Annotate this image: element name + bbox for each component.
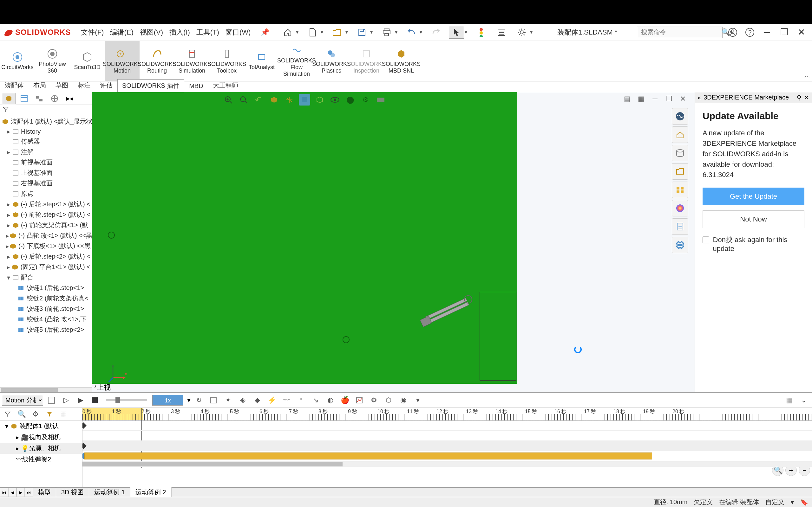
panel-close-icon[interactable]: ✕ [804, 94, 809, 101]
tree-item[interactable]: ▸(-) 前轮.step<1> (默认) < [0, 210, 92, 220]
motion-tree-root[interactable]: ▾ 装配体1 (默认 [0, 420, 82, 432]
play-icon[interactable]: ▶ [74, 395, 87, 406]
motor-icon[interactable]: ⚡ [265, 395, 278, 406]
stop-icon[interactable] [89, 397, 101, 403]
ribbon-plastics[interactable]: SOLIDWORKS Plastics [314, 41, 349, 81]
autokey-icon[interactable]: ◈ [236, 395, 249, 406]
print-icon[interactable] [379, 26, 394, 39]
tab-nav-last-icon[interactable]: ⏭ [25, 488, 33, 497]
open-icon[interactable] [329, 26, 345, 39]
ribbon-tolanalyst[interactable]: TolAnalyst [244, 41, 279, 81]
save-animation-icon[interactable] [207, 395, 220, 406]
dont-ask-checkbox[interactable]: Don抰 ask again for this update [703, 235, 804, 253]
more-icon[interactable]: ▾ [411, 395, 424, 406]
tree-mode-feature-icon[interactable] [2, 93, 16, 104]
tree-item[interactable]: 铰链3 (前轮.step<1>, [0, 303, 92, 314]
motion-filter2-icon[interactable]: 🔍 [15, 408, 28, 420]
motion-tree-item[interactable]: 〰 线性弹簧2 [0, 454, 82, 465]
taskpane-resources-icon[interactable] [672, 145, 688, 161]
viewport[interactable]: ⬤ ⚙ [92, 92, 695, 392]
bottom-tab-model[interactable]: 模型 [33, 487, 56, 498]
zoom-fit-icon[interactable] [223, 94, 234, 106]
bottom-tab-motion2[interactable]: 运动算例 2 [131, 487, 171, 498]
timeline-row[interactable] [83, 451, 812, 461]
undo-icon[interactable] [404, 26, 419, 39]
play-start-icon[interactable]: ▷ [60, 395, 72, 406]
user-icon[interactable] [726, 25, 740, 39]
taskpane-3dx-icon[interactable] [672, 108, 688, 124]
tree-root[interactable]: 装配体1 (默认) <默认_显示状态 [0, 116, 92, 127]
dropdown-icon[interactable]: ▾ [296, 29, 300, 35]
dropdown-icon[interactable]: ▾ [530, 29, 534, 35]
save-icon[interactable] [354, 26, 369, 39]
search-box[interactable]: 🔍 ▾ [637, 26, 722, 38]
timeline-scrollbar[interactable] [83, 461, 812, 467]
bottom-tab-motion1[interactable]: 运动算例 1 [89, 487, 131, 498]
ribbon-mbd-snl[interactable]: SOLIDWORKS MBD SNL [384, 41, 419, 81]
tree-item[interactable]: 上视基准面 [0, 168, 92, 178]
dropdown-icon[interactable]: ▾ [321, 29, 324, 35]
edit-appearance-icon[interactable] [329, 94, 341, 106]
previous-view-icon[interactable] [253, 94, 264, 106]
mass-icon[interactable] [382, 395, 395, 406]
taskpane-custom-props-icon[interactable] [672, 218, 688, 235]
get-update-button[interactable]: Get the Update [703, 187, 804, 205]
tree-item[interactable]: ▸(固定) 平台1<1> (默认) < [0, 262, 92, 272]
menu-file[interactable]: 文件(F) [79, 26, 106, 38]
ribbon-routing[interactable]: SOLIDWORKS Routing [140, 41, 174, 81]
spring-icon[interactable]: 〰 [280, 395, 293, 406]
tree-item[interactable]: ▸(-) 凸轮 改<1> (默认) <<黑 [0, 230, 92, 241]
motion-filter5-icon[interactable]: ▦ [57, 408, 70, 420]
tree-item[interactable]: 铰链2 (前轮支架仿真< [0, 293, 92, 303]
motion-tree-item[interactable]: ▸ 💡 光源、相机 [0, 443, 82, 454]
search-input[interactable] [641, 29, 721, 36]
motion-tree-item[interactable]: ▸ 🎥 视向及相机 [0, 432, 82, 443]
tree-item[interactable]: ▸(-) 下底板<1> (默认) <<黑 [0, 241, 92, 251]
timeline-row[interactable] [83, 431, 812, 441]
taskpane-forum-icon[interactable] [672, 237, 688, 253]
tree-item[interactable]: ▸注解 [0, 147, 92, 157]
timeline-row[interactable] [83, 420, 812, 431]
tab-nav-next-icon[interactable]: ▶ [16, 488, 25, 497]
restore-button[interactable]: ❐ [777, 25, 791, 39]
tab-addins[interactable]: SOLIDWORKS 插件 [117, 79, 184, 92]
status-dropdown-icon[interactable]: ▾ [791, 498, 794, 506]
motion-settings-icon[interactable]: ⚙ [368, 395, 380, 406]
tree-item[interactable]: 前视基准面 [0, 157, 92, 168]
minimize-button[interactable]: ─ [760, 25, 774, 39]
status-tag-icon[interactable]: 🔖 [800, 498, 808, 506]
hide-show-icon[interactable] [314, 94, 325, 106]
playback-slider[interactable] [106, 399, 147, 401]
render-icon[interactable] [375, 94, 386, 106]
menu-window[interactable]: 窗口(W) [223, 26, 252, 38]
view-triad[interactable]: x [107, 362, 129, 385]
playback-speed[interactable]: 1x [152, 395, 183, 406]
tree-mode-more-icon[interactable]: ▸◂ [63, 93, 77, 104]
ribbon-simulation[interactable]: SOLIDWORKS Simulation [174, 41, 209, 81]
tree-mode-config-icon[interactable] [32, 93, 46, 104]
motion-type-select[interactable]: Motion 分析 [2, 395, 43, 406]
taskpane-view-palette-icon[interactable] [672, 181, 688, 198]
ribbon-circuitworks[interactable]: CircuitWorks [0, 41, 35, 81]
tree-item[interactable]: 铰链1 (后轮.step<1>, [0, 283, 92, 293]
taskpane-home-icon[interactable] [672, 126, 688, 143]
loop-icon[interactable]: ↻ [193, 395, 205, 406]
tree-item[interactable]: ▸(-) 前轮支架仿真<1> (默 [0, 220, 92, 230]
viewport-cascade-icon[interactable]: ▦ [636, 94, 647, 104]
dropdown-icon[interactable]: ▾ [395, 29, 399, 35]
pin-icon[interactable]: 📌 [258, 28, 272, 37]
view-orientation-icon[interactable] [284, 94, 295, 106]
menu-tools[interactable]: 工具(T) [194, 26, 221, 38]
model-part[interactable] [415, 292, 479, 330]
tree-mode-display-icon[interactable] [48, 93, 61, 104]
gear-icon[interactable] [514, 26, 529, 39]
collapse-panel-icon[interactable]: « [698, 94, 701, 101]
animation-wizard-icon[interactable]: ✦ [222, 395, 235, 406]
dropdown-icon[interactable]: ▾ [420, 29, 423, 35]
addkey-icon[interactable]: ◆ [251, 395, 264, 406]
viewport-restore-icon[interactable]: ❐ [664, 94, 674, 104]
bottom-tab-3dview[interactable]: 3D 视图 [56, 487, 89, 498]
section-view-icon[interactable] [268, 94, 280, 106]
time-ruler[interactable]: 0 秒1 秒2 秒3 秒4 秒5 秒6 秒7 秒8 秒9 秒10 秒11 秒12… [83, 408, 812, 420]
motion-filter-icon[interactable] [1, 408, 14, 420]
